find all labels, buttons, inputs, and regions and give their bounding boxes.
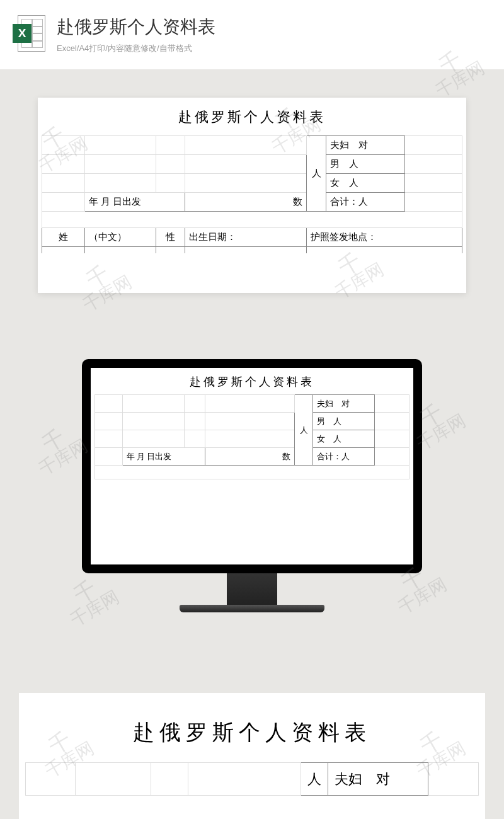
sheet-title: 赴俄罗斯个人资料表	[42, 104, 462, 135]
male-cell: 男 人	[326, 155, 405, 174]
sheet-title-monitor: 赴俄罗斯个人资料表	[94, 373, 410, 394]
total-cell: 合计：人	[326, 193, 405, 212]
page-subtitle: Excel/A4打印/内容随意修改/自带格式	[57, 43, 491, 54]
people-label: 人	[306, 136, 326, 212]
couple-cell: 夫妇 对	[312, 395, 374, 413]
female-cell: 女 人	[312, 430, 374, 448]
monitor-mockup: 赴俄罗斯个人资料表 人 夫妇 对 男	[0, 359, 504, 612]
chinese-label: （中文）	[85, 228, 156, 247]
passport-place-label: 护照签发地点：	[306, 228, 462, 247]
birthdate-label: 出生日期：	[185, 228, 306, 247]
page-title: 赴俄罗斯个人资料表	[57, 15, 491, 39]
total-cell: 合计：人	[312, 448, 374, 466]
female-cell: 女 人	[326, 174, 405, 193]
people-label: 人	[295, 395, 312, 466]
depart-cell: 年 月 日出发	[122, 448, 205, 466]
people-label: 人	[301, 763, 328, 796]
sheet-title-zoom: 赴俄罗斯个人资料表	[25, 718, 479, 762]
couple-cell: 夫妇 对	[326, 136, 405, 155]
excel-x-icon: X	[13, 24, 32, 43]
count-label: 数	[205, 448, 295, 466]
male-cell: 男 人	[312, 413, 374, 430]
count-label: 数	[185, 193, 306, 212]
surname-label: 姓	[42, 228, 85, 247]
header-text: 赴俄罗斯个人资料表 Excel/A4打印/内容随意修改/自带格式	[57, 15, 491, 54]
page-header: X 赴俄罗斯个人资料表 Excel/A4打印/内容随意修改/自带格式	[0, 0, 504, 69]
couple-cell: 夫妇 对	[328, 763, 428, 796]
excel-file-icon: X	[13, 15, 45, 54]
template-preview-large: 赴俄罗斯个人资料表 人 夫妇 对 男 人 女 人	[38, 98, 466, 293]
template-preview-zoom: 赴俄罗斯个人资料表 人 夫妇 对	[19, 693, 485, 819]
gender-label: 性	[156, 228, 185, 247]
depart-cell: 年 月 日出发	[85, 193, 185, 212]
